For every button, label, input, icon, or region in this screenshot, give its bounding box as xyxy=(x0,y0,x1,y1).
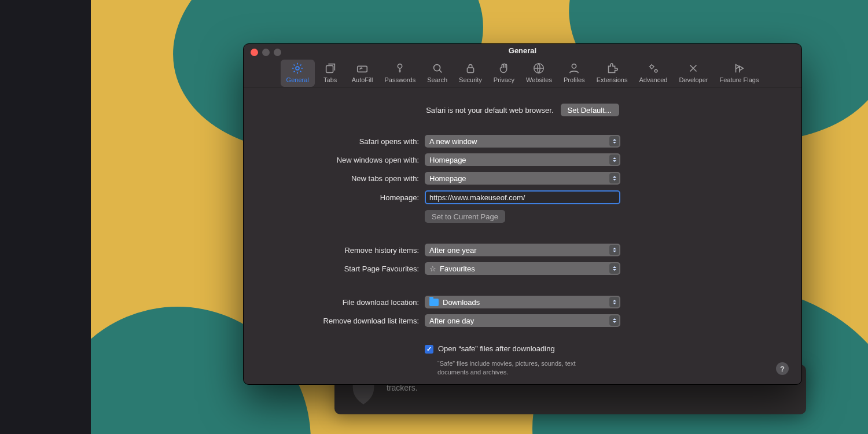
chevron-updown-icon xyxy=(609,245,619,255)
svg-rect-1 xyxy=(326,66,333,73)
globe-icon xyxy=(532,62,545,75)
select-remove-downloads[interactable]: After one day xyxy=(425,314,620,327)
select-value: Downloads xyxy=(443,298,480,307)
select-download-location[interactable]: Downloads xyxy=(425,296,620,308)
gears-icon xyxy=(647,62,660,75)
select-value: Homepage xyxy=(429,174,466,183)
key-icon xyxy=(393,62,406,75)
homepage-input[interactable] xyxy=(425,190,620,204)
select-value: After one year xyxy=(429,246,477,255)
window-titlebar: General xyxy=(244,44,801,57)
chevron-updown-icon xyxy=(609,155,619,165)
svg-rect-5 xyxy=(467,68,473,72)
svg-point-8 xyxy=(650,65,653,69)
tab-label: Tabs xyxy=(323,76,337,83)
select-new-tabs[interactable]: Homepage xyxy=(425,172,620,185)
select-favourites[interactable]: ☆ Favourites xyxy=(425,262,620,275)
svg-point-3 xyxy=(398,64,402,68)
star-icon: ☆ xyxy=(429,264,436,273)
label-remove-history: Remove history items: xyxy=(271,246,425,255)
chevron-updown-icon xyxy=(609,297,619,307)
tab-websites[interactable]: Websites xyxy=(520,60,558,87)
tab-label: AutoFill xyxy=(352,76,373,83)
tab-security[interactable]: Security xyxy=(453,60,488,87)
preferences-window: General General Tabs AutoFill xyxy=(243,43,802,385)
default-browser-row: Safari is not your default web browser. … xyxy=(271,104,774,116)
minimize-button[interactable] xyxy=(262,49,270,56)
tab-label: Privacy xyxy=(494,76,514,83)
tab-label: Extensions xyxy=(597,76,628,83)
tab-label: Search xyxy=(427,76,447,83)
chevron-updown-icon xyxy=(609,173,619,183)
tab-label: Passwords xyxy=(384,76,415,83)
preferences-toolbar: General Tabs AutoFill Passwords Search xyxy=(244,57,801,87)
tab-developer[interactable]: Developer xyxy=(673,60,713,87)
label-remove-downloads: Remove download list items: xyxy=(271,317,425,325)
gear-icon xyxy=(291,62,304,75)
label-opens-with: Safari opens with: xyxy=(271,137,425,146)
chevron-updown-icon xyxy=(609,315,619,326)
close-button[interactable] xyxy=(251,49,258,56)
tab-search[interactable]: Search xyxy=(421,60,453,87)
label-new-tabs: New tabs open with: xyxy=(271,174,425,183)
tabs-icon xyxy=(324,62,337,75)
tab-label: Profiles xyxy=(564,76,585,83)
chevron-updown-icon xyxy=(609,136,619,146)
tab-label: Advanced xyxy=(639,76,667,83)
hand-icon xyxy=(498,62,510,75)
label-download-location: File download location: xyxy=(271,298,425,307)
tab-label: Feature Flags xyxy=(720,76,759,83)
svg-rect-2 xyxy=(358,67,367,72)
svg-point-7 xyxy=(572,64,576,68)
open-safe-description: “Safe” files include movies, pictures, s… xyxy=(425,359,598,376)
select-value: A new window xyxy=(429,137,477,146)
set-default-button[interactable]: Set Default… xyxy=(561,104,619,116)
settings-form: Safari opens with: A new window New wind… xyxy=(271,135,774,376)
tab-label: Security xyxy=(459,76,482,83)
tab-feature-flags[interactable]: Feature Flags xyxy=(714,60,765,87)
zoom-button[interactable] xyxy=(274,49,281,56)
lock-icon xyxy=(464,62,477,75)
default-browser-message: Safari is not your default web browser. xyxy=(426,106,553,115)
label-homepage: Homepage: xyxy=(271,193,425,202)
select-opens-with[interactable]: A new window xyxy=(425,135,620,148)
puzzle-icon xyxy=(606,62,619,75)
tab-label: Websites xyxy=(526,76,552,83)
svg-point-0 xyxy=(296,67,299,70)
tab-autofill[interactable]: AutoFill xyxy=(346,60,379,87)
tab-profiles[interactable]: Profiles xyxy=(558,60,591,87)
select-value: After one day xyxy=(429,317,474,325)
folder-icon xyxy=(429,299,439,306)
set-to-current-page-button[interactable]: Set to Current Page xyxy=(425,210,505,223)
help-label: ? xyxy=(780,365,785,373)
toolbar-tabs: General Tabs AutoFill Passwords Search xyxy=(281,60,765,87)
window-controls xyxy=(251,49,281,56)
pencil-box-icon xyxy=(356,62,369,75)
tab-passwords[interactable]: Passwords xyxy=(378,60,421,87)
tab-advanced[interactable]: Advanced xyxy=(633,60,673,87)
tools-icon xyxy=(687,62,700,75)
chevron-updown-icon xyxy=(609,263,619,274)
open-safe-checkbox[interactable] xyxy=(425,345,433,354)
select-value: Favourites xyxy=(440,264,475,273)
label-favourites: Start Page Favourites: xyxy=(271,264,425,273)
help-button[interactable]: ? xyxy=(776,362,789,375)
select-new-windows[interactable]: Homepage xyxy=(425,153,620,166)
search-icon xyxy=(431,62,444,75)
select-remove-history[interactable]: After one year xyxy=(425,244,620,256)
tab-privacy[interactable]: Privacy xyxy=(488,60,520,87)
label-new-windows: New windows open with: xyxy=(271,156,425,164)
svg-point-4 xyxy=(433,65,440,71)
select-value: Homepage xyxy=(429,156,466,164)
person-icon xyxy=(568,62,580,75)
svg-point-9 xyxy=(654,70,657,73)
flags-icon xyxy=(733,62,745,75)
open-safe-label: Open “safe” files after downloading xyxy=(438,344,555,353)
tab-extensions[interactable]: Extensions xyxy=(591,60,634,87)
tab-general[interactable]: General xyxy=(281,60,315,87)
tab-label: Developer xyxy=(679,76,708,83)
window-title: General xyxy=(509,46,536,55)
desktop-wallpaper: Safari has not encountered any trackers … xyxy=(91,0,868,434)
tab-tabs[interactable]: Tabs xyxy=(315,60,346,87)
tab-label: General xyxy=(286,76,309,83)
